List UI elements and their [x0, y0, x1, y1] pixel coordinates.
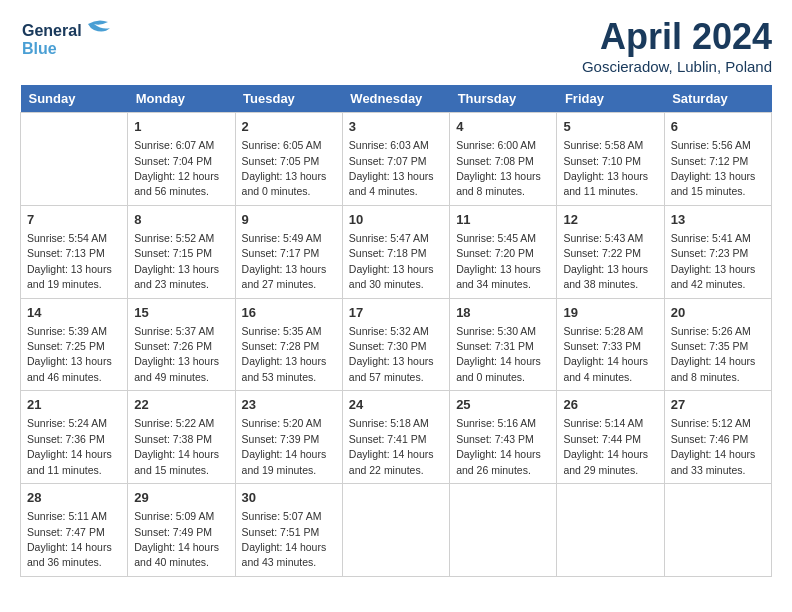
day-info: Sunrise: 6:07 AM Sunset: 7:04 PM Dayligh… — [134, 139, 219, 197]
day-info: Sunrise: 5:45 AM Sunset: 7:20 PM Dayligh… — [456, 232, 541, 290]
table-row — [342, 484, 449, 577]
header-wednesday: Wednesday — [342, 85, 449, 113]
header-thursday: Thursday — [450, 85, 557, 113]
day-number: 29 — [134, 489, 228, 507]
page-container: General Blue April 2024 Goscieradow, Lub… — [0, 0, 792, 597]
table-row: 12Sunrise: 5:43 AM Sunset: 7:22 PM Dayli… — [557, 205, 664, 298]
table-row — [450, 484, 557, 577]
day-info: Sunrise: 6:05 AM Sunset: 7:05 PM Dayligh… — [242, 139, 327, 197]
table-row: 19Sunrise: 5:28 AM Sunset: 7:33 PM Dayli… — [557, 298, 664, 391]
day-number: 14 — [27, 304, 121, 322]
day-info: Sunrise: 5:58 AM Sunset: 7:10 PM Dayligh… — [563, 139, 648, 197]
table-row: 13Sunrise: 5:41 AM Sunset: 7:23 PM Dayli… — [664, 205, 771, 298]
day-info: Sunrise: 5:24 AM Sunset: 7:36 PM Dayligh… — [27, 417, 112, 475]
table-row: 29Sunrise: 5:09 AM Sunset: 7:49 PM Dayli… — [128, 484, 235, 577]
table-row: 17Sunrise: 5:32 AM Sunset: 7:30 PM Dayli… — [342, 298, 449, 391]
table-row: 22Sunrise: 5:22 AM Sunset: 7:38 PM Dayli… — [128, 391, 235, 484]
calendar-week-row: 1Sunrise: 6:07 AM Sunset: 7:04 PM Daylig… — [21, 113, 772, 206]
day-number: 20 — [671, 304, 765, 322]
table-row: 1Sunrise: 6:07 AM Sunset: 7:04 PM Daylig… — [128, 113, 235, 206]
day-info: Sunrise: 5:20 AM Sunset: 7:39 PM Dayligh… — [242, 417, 327, 475]
day-number: 23 — [242, 396, 336, 414]
day-info: Sunrise: 5:22 AM Sunset: 7:38 PM Dayligh… — [134, 417, 219, 475]
day-number: 4 — [456, 118, 550, 136]
header-friday: Friday — [557, 85, 664, 113]
day-info: Sunrise: 5:11 AM Sunset: 7:47 PM Dayligh… — [27, 510, 112, 568]
logo-area: General Blue — [20, 16, 120, 60]
table-row: 3Sunrise: 6:03 AM Sunset: 7:07 PM Daylig… — [342, 113, 449, 206]
header-monday: Monday — [128, 85, 235, 113]
day-info: Sunrise: 5:30 AM Sunset: 7:31 PM Dayligh… — [456, 325, 541, 383]
day-number: 30 — [242, 489, 336, 507]
day-info: Sunrise: 5:39 AM Sunset: 7:25 PM Dayligh… — [27, 325, 112, 383]
table-row: 4Sunrise: 6:00 AM Sunset: 7:08 PM Daylig… — [450, 113, 557, 206]
day-number: 13 — [671, 211, 765, 229]
table-row: 24Sunrise: 5:18 AM Sunset: 7:41 PM Dayli… — [342, 391, 449, 484]
day-number: 16 — [242, 304, 336, 322]
day-number: 22 — [134, 396, 228, 414]
day-number: 2 — [242, 118, 336, 136]
day-number: 1 — [134, 118, 228, 136]
table-row: 9Sunrise: 5:49 AM Sunset: 7:17 PM Daylig… — [235, 205, 342, 298]
general-blue-logo: General Blue — [20, 16, 120, 60]
table-row: 6Sunrise: 5:56 AM Sunset: 7:12 PM Daylig… — [664, 113, 771, 206]
table-row: 28Sunrise: 5:11 AM Sunset: 7:47 PM Dayli… — [21, 484, 128, 577]
table-row — [664, 484, 771, 577]
day-number: 18 — [456, 304, 550, 322]
day-info: Sunrise: 5:32 AM Sunset: 7:30 PM Dayligh… — [349, 325, 434, 383]
table-row: 7Sunrise: 5:54 AM Sunset: 7:13 PM Daylig… — [21, 205, 128, 298]
table-row — [557, 484, 664, 577]
table-row — [21, 113, 128, 206]
day-info: Sunrise: 5:12 AM Sunset: 7:46 PM Dayligh… — [671, 417, 756, 475]
table-row: 30Sunrise: 5:07 AM Sunset: 7:51 PM Dayli… — [235, 484, 342, 577]
header: General Blue April 2024 Goscieradow, Lub… — [20, 16, 772, 75]
day-info: Sunrise: 5:56 AM Sunset: 7:12 PM Dayligh… — [671, 139, 756, 197]
header-tuesday: Tuesday — [235, 85, 342, 113]
day-number: 7 — [27, 211, 121, 229]
day-number: 17 — [349, 304, 443, 322]
svg-text:Blue: Blue — [22, 40, 57, 57]
day-info: Sunrise: 6:03 AM Sunset: 7:07 PM Dayligh… — [349, 139, 434, 197]
day-number: 25 — [456, 396, 550, 414]
table-row: 25Sunrise: 5:16 AM Sunset: 7:43 PM Dayli… — [450, 391, 557, 484]
day-info: Sunrise: 5:07 AM Sunset: 7:51 PM Dayligh… — [242, 510, 327, 568]
title-area: April 2024 Goscieradow, Lublin, Poland — [582, 16, 772, 75]
month-title: April 2024 — [582, 16, 772, 58]
day-info: Sunrise: 5:41 AM Sunset: 7:23 PM Dayligh… — [671, 232, 756, 290]
table-row: 16Sunrise: 5:35 AM Sunset: 7:28 PM Dayli… — [235, 298, 342, 391]
day-number: 3 — [349, 118, 443, 136]
day-info: Sunrise: 5:16 AM Sunset: 7:43 PM Dayligh… — [456, 417, 541, 475]
day-number: 10 — [349, 211, 443, 229]
day-number: 15 — [134, 304, 228, 322]
day-number: 8 — [134, 211, 228, 229]
day-info: Sunrise: 5:28 AM Sunset: 7:33 PM Dayligh… — [563, 325, 648, 383]
weekday-header-row: Sunday Monday Tuesday Wednesday Thursday… — [21, 85, 772, 113]
day-info: Sunrise: 5:43 AM Sunset: 7:22 PM Dayligh… — [563, 232, 648, 290]
location: Goscieradow, Lublin, Poland — [582, 58, 772, 75]
day-info: Sunrise: 5:14 AM Sunset: 7:44 PM Dayligh… — [563, 417, 648, 475]
svg-text:General: General — [22, 22, 82, 39]
calendar-week-row: 7Sunrise: 5:54 AM Sunset: 7:13 PM Daylig… — [21, 205, 772, 298]
table-row: 5Sunrise: 5:58 AM Sunset: 7:10 PM Daylig… — [557, 113, 664, 206]
table-row: 14Sunrise: 5:39 AM Sunset: 7:25 PM Dayli… — [21, 298, 128, 391]
table-row: 23Sunrise: 5:20 AM Sunset: 7:39 PM Dayli… — [235, 391, 342, 484]
day-number: 24 — [349, 396, 443, 414]
day-info: Sunrise: 6:00 AM Sunset: 7:08 PM Dayligh… — [456, 139, 541, 197]
day-number: 12 — [563, 211, 657, 229]
calendar-table: Sunday Monday Tuesday Wednesday Thursday… — [20, 85, 772, 577]
table-row: 26Sunrise: 5:14 AM Sunset: 7:44 PM Dayli… — [557, 391, 664, 484]
calendar-week-row: 28Sunrise: 5:11 AM Sunset: 7:47 PM Dayli… — [21, 484, 772, 577]
header-sunday: Sunday — [21, 85, 128, 113]
day-info: Sunrise: 5:49 AM Sunset: 7:17 PM Dayligh… — [242, 232, 327, 290]
day-number: 27 — [671, 396, 765, 414]
day-number: 21 — [27, 396, 121, 414]
table-row: 10Sunrise: 5:47 AM Sunset: 7:18 PM Dayli… — [342, 205, 449, 298]
day-number: 26 — [563, 396, 657, 414]
day-info: Sunrise: 5:35 AM Sunset: 7:28 PM Dayligh… — [242, 325, 327, 383]
table-row: 11Sunrise: 5:45 AM Sunset: 7:20 PM Dayli… — [450, 205, 557, 298]
day-info: Sunrise: 5:18 AM Sunset: 7:41 PM Dayligh… — [349, 417, 434, 475]
calendar-week-row: 14Sunrise: 5:39 AM Sunset: 7:25 PM Dayli… — [21, 298, 772, 391]
day-number: 5 — [563, 118, 657, 136]
table-row: 27Sunrise: 5:12 AM Sunset: 7:46 PM Dayli… — [664, 391, 771, 484]
day-info: Sunrise: 5:26 AM Sunset: 7:35 PM Dayligh… — [671, 325, 756, 383]
